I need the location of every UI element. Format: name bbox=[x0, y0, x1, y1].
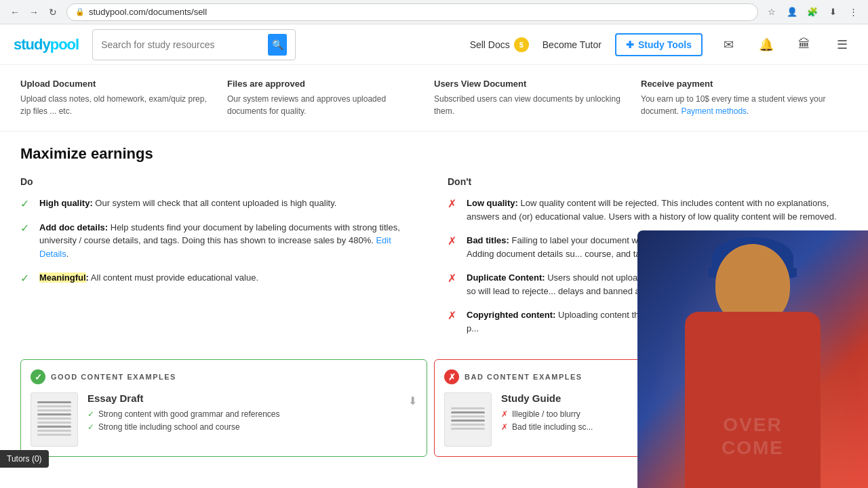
hamburger-icon: ☰ bbox=[837, 37, 848, 52]
steps-row: Upload Document Upload class notes, old … bbox=[0, 65, 868, 131]
bullet-x-icon-2: ✗ bbox=[501, 422, 508, 432]
do-title-2: Add doc details: bbox=[39, 222, 108, 232]
search-icon: 🔍 bbox=[272, 39, 283, 50]
sell-docs-link[interactable]: Sell Docs $ bbox=[470, 37, 529, 52]
logo-suffix: pool bbox=[50, 36, 79, 53]
edit-details-link[interactable]: Edit Details bbox=[39, 235, 391, 259]
person-figure: OVERCOME bbox=[637, 230, 868, 488]
step-upload-title: Upload Document bbox=[20, 79, 214, 89]
bullet-check-icon-1: ✓ bbox=[87, 409, 94, 419]
step-payment-title: Receive payment bbox=[641, 79, 834, 89]
step-view-title: Users View Document bbox=[434, 79, 627, 89]
x-icon-2: ✗ bbox=[448, 235, 460, 247]
step-approved-title: Files are approved bbox=[227, 79, 420, 89]
do-item-1: ✓ High quality: Our system will check th… bbox=[20, 197, 420, 210]
bad-doc-thumbnail bbox=[444, 392, 492, 447]
good-doc-title: Essay Draft bbox=[87, 392, 144, 404]
maximize-title: Maximize earnings bbox=[20, 145, 848, 163]
x-icon-4: ✗ bbox=[448, 309, 460, 321]
do-title-1: High quality: bbox=[39, 198, 93, 208]
good-bullet-1: ✓ Strong content with good grammar and r… bbox=[87, 409, 417, 419]
bullet-check-icon-2: ✓ bbox=[87, 422, 94, 432]
step-approved-desc: Our system reviews and approves uploaded… bbox=[227, 93, 420, 117]
dont-header: Don't bbox=[448, 176, 848, 187]
good-example-content: Essay Draft ⬇ ✓ Strong content with good… bbox=[31, 392, 417, 447]
dont-title-4: Copyrighted content: bbox=[467, 310, 555, 320]
person-figure-container: OVERCOME bbox=[637, 230, 868, 488]
good-example-header: ✓ GOOD CONTENT EXAMPLES bbox=[31, 369, 417, 384]
envelope-icon: ✉ bbox=[724, 37, 734, 52]
check-icon-1: ✓ bbox=[20, 197, 33, 209]
check-icon-2: ✓ bbox=[20, 222, 33, 234]
search-button[interactable]: 🔍 bbox=[268, 34, 287, 56]
step-view-desc: Subscribed users can view documents by u… bbox=[434, 93, 627, 117]
good-example-label: GOOD CONTENT EXAMPLES bbox=[51, 373, 176, 381]
good-example-box: ✓ GOOD CONTENT EXAMPLES bbox=[20, 359, 427, 457]
tutors-badge-text: Tutors (0) bbox=[7, 454, 42, 464]
do-header: Do bbox=[20, 176, 420, 187]
check-icon-3: ✓ bbox=[20, 272, 33, 284]
step-approved: Files are approved Our system reviews an… bbox=[227, 79, 434, 117]
dont-title-3: Duplicate Content: bbox=[467, 272, 545, 283]
body: OVERCOME bbox=[685, 312, 821, 488]
download-button[interactable]: ⬇ bbox=[825, 4, 841, 20]
dont-item-1: ✗ Low quality: Low quality content will … bbox=[448, 197, 848, 223]
main-content: Upload Document Upload class notes, old … bbox=[0, 65, 868, 488]
do-text-1: High quality: Our system will check that… bbox=[39, 197, 336, 210]
profile-button[interactable]: 👤 bbox=[784, 4, 800, 20]
back-button[interactable]: ← bbox=[7, 4, 23, 20]
reload-button[interactable]: ↻ bbox=[45, 4, 61, 20]
bad-example-label: BAD CONTENT EXAMPLES bbox=[465, 373, 583, 381]
sell-docs-label: Sell Docs bbox=[470, 39, 510, 50]
tutors-badge[interactable]: Tutors (0) bbox=[0, 450, 49, 468]
coin-icon: $ bbox=[514, 37, 529, 52]
url-text: studypool.com/documents/sell bbox=[89, 7, 207, 17]
logo-prefix: study bbox=[14, 36, 50, 53]
x-icon-1: ✗ bbox=[448, 197, 460, 209]
bank-icon: 🏛 bbox=[798, 37, 810, 52]
lock-icon: 🔒 bbox=[75, 7, 85, 16]
shirt-text: OVERCOME bbox=[722, 413, 784, 459]
do-text-3: Meaningful: All content must provide edu… bbox=[39, 271, 258, 285]
logo[interactable]: studypool bbox=[14, 36, 79, 54]
navbar: studypool 🔍 Sell Docs $ Become Tutor ✚ S… bbox=[0, 24, 868, 65]
notifications-button[interactable]: 🔔 bbox=[754, 33, 778, 57]
dont-title-2: Bad titles: bbox=[467, 235, 509, 245]
x-icon-3: ✗ bbox=[448, 272, 460, 284]
step-payment-desc: You earn up to 10$ every time a student … bbox=[641, 93, 834, 117]
become-tutor-link[interactable]: Become Tutor bbox=[542, 39, 601, 50]
good-icon: ✓ bbox=[31, 369, 45, 384]
messages-button[interactable]: ✉ bbox=[716, 33, 741, 57]
good-bullet-2: ✓ Strong title including school and cour… bbox=[87, 422, 417, 432]
do-item-3: ✓ Meaningful: All content must provide e… bbox=[20, 271, 420, 285]
payment-methods-link[interactable]: Payment methods bbox=[681, 106, 747, 116]
plus-icon: ✚ bbox=[626, 39, 634, 50]
person-overlay: OVERCOME bbox=[637, 230, 868, 488]
bad-icon: ✗ bbox=[444, 369, 459, 384]
browser-nav-buttons: ← → ↻ bbox=[7, 4, 61, 20]
search-input[interactable] bbox=[101, 39, 262, 50]
forward-button[interactable]: → bbox=[26, 4, 42, 20]
hamburger-button[interactable]: ☰ bbox=[830, 33, 854, 57]
good-doc-thumbnail bbox=[31, 392, 78, 447]
do-item-2: ✓ Add doc details: Help students find yo… bbox=[20, 221, 420, 261]
step-view: Users View Document Subscribed users can… bbox=[434, 79, 641, 117]
bank-button[interactable]: 🏛 bbox=[792, 33, 816, 57]
study-tools-button[interactable]: ✚ Study Tools bbox=[615, 33, 703, 56]
browser-action-buttons: ☆ 👤 🧩 ⬇ ⋮ bbox=[764, 4, 861, 20]
extensions-button[interactable]: 🧩 bbox=[804, 4, 821, 20]
address-bar[interactable]: 🔒 studypool.com/documents/sell bbox=[66, 3, 758, 21]
bullet-x-icon-1: ✗ bbox=[501, 409, 508, 419]
dont-title-1: Low quality: bbox=[467, 198, 518, 208]
step-payment: Receive payment You earn up to 10$ every… bbox=[641, 79, 848, 117]
do-column: Do ✓ High quality: Our system will check… bbox=[20, 176, 420, 346]
good-example-details: Essay Draft ⬇ ✓ Strong content with good… bbox=[87, 392, 417, 435]
browser-bar: ← → ↻ 🔒 studypool.com/documents/sell ☆ 👤… bbox=[0, 0, 868, 24]
search-box[interactable]: 🔍 bbox=[92, 29, 296, 60]
download-icon: ⬇ bbox=[408, 394, 417, 407]
menu-button[interactable]: ⋮ bbox=[845, 4, 861, 20]
bookmark-button[interactable]: ☆ bbox=[764, 4, 780, 20]
bell-icon: 🔔 bbox=[759, 37, 774, 52]
dont-text-1: Low quality: Low quality content will be… bbox=[467, 197, 848, 223]
step-upload: Upload Document Upload class notes, old … bbox=[20, 79, 227, 117]
